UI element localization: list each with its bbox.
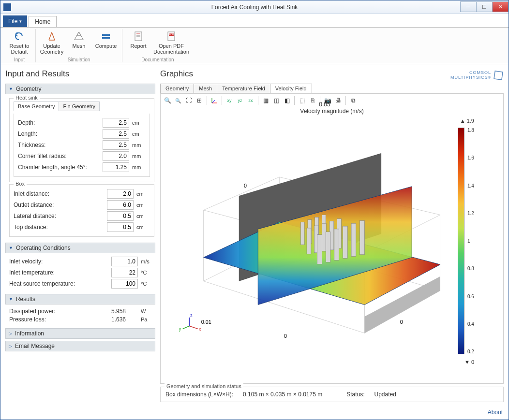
outlet-dist-label: Outlet distance: (14, 202, 104, 208)
colorbar-max: ▲ 1.9 (460, 118, 474, 124)
top-axis-tick: 0.05 (319, 101, 330, 108)
cb-tick: 0.4 (467, 321, 484, 327)
heat-src-label: Heat source temperature: (9, 280, 108, 287)
lateral-dist-input[interactable] (107, 211, 134, 221)
compute-label: Compute (95, 43, 117, 49)
press-loss-label: Pressure loss: (9, 316, 108, 323)
graphics-tabs: Geometry Mesh Temperature Field Velocity… (160, 84, 504, 93)
cb-tick: 1.2 (467, 211, 484, 216)
cb-tick: 1.6 (467, 155, 484, 160)
maximize-button[interactable]: ☐ (476, 1, 493, 12)
heat-src-input[interactable] (111, 279, 138, 289)
chamfer-unit: mm (132, 164, 146, 170)
diss-power-value: 5.958 (111, 308, 138, 315)
heat-sink-legend: Heat sink (14, 95, 40, 101)
open-pdf-button[interactable]: PDF Open PDF Documentation (152, 29, 190, 56)
section-results[interactable]: ▼Results (5, 294, 155, 304)
colorbar-min: ▼ 0 (464, 359, 474, 365)
inlet-vel-unit: m/s (141, 259, 154, 264)
svg-rect-35 (343, 226, 347, 259)
comsol-logo: COMSOL MULTIPHYSICS® (450, 70, 504, 81)
about-link[interactable]: About (0, 407, 509, 420)
thickness-label: Thickness: (18, 142, 100, 148)
svg-text:x: x (199, 327, 201, 332)
section-operating[interactable]: ▼Operating Conditions (5, 243, 155, 253)
length-unit: cm (132, 131, 146, 137)
section-geometry[interactable]: ▼Geometry (5, 84, 155, 94)
diss-power-unit: W (141, 308, 154, 314)
compass-icon (46, 30, 58, 42)
ribbon-group-simulation: Simulation (68, 57, 90, 62)
undo-icon (14, 30, 25, 42)
status-panel: Geometry and simulation status Box dimen… (160, 387, 504, 402)
tab-base-geometry[interactable]: Base Geometry (14, 101, 59, 111)
outlet-dist-input[interactable] (107, 200, 134, 210)
svg-rect-1 (102, 37, 110, 39)
update-geometry-button[interactable]: Update Geometry (39, 29, 65, 56)
fillet-label: Corner fillet radius: (18, 153, 100, 159)
length-input[interactable] (103, 129, 129, 139)
gtab-mesh[interactable]: Mesh (194, 84, 217, 93)
top-dist-input[interactable] (107, 222, 134, 232)
svg-rect-37 (360, 220, 365, 254)
logo-text-bottom: MULTIPHYSICS (450, 75, 488, 80)
left-panel: Input and Results ▼Geometry Heat sink Ba… (5, 69, 155, 402)
svg-rect-27 (307, 228, 311, 254)
window-title: Forced Air Cooling with Heat Sink (0, 4, 509, 11)
svg-rect-2 (135, 32, 142, 41)
press-loss-value: 1.636 (111, 316, 138, 323)
chamfer-input[interactable] (103, 162, 129, 172)
open-pdf-label: Open PDF Documentation (153, 43, 189, 55)
section-email-label: Email Message (15, 343, 55, 349)
fillet-input[interactable] (103, 151, 129, 161)
heat-src-unit: °C (141, 281, 154, 287)
svg-rect-36 (351, 223, 356, 256)
inlet-vel-input[interactable] (111, 257, 138, 266)
svg-line-44 (183, 326, 190, 329)
svg-text:0: 0 (284, 333, 287, 339)
inlet-temp-input[interactable] (111, 268, 138, 277)
mesh-button[interactable]: Mesh (66, 29, 92, 56)
section-information-label: Information (15, 330, 44, 337)
inlet-dist-input[interactable] (107, 189, 134, 199)
cb-tick: 0.8 (467, 266, 484, 271)
gtab-temperature[interactable]: Temperature Field (217, 84, 270, 93)
svg-text:y: y (179, 327, 181, 332)
close-button[interactable]: ✕ (492, 1, 509, 12)
svg-text:0.01: 0.01 (201, 319, 211, 325)
tab-fin-geometry[interactable]: Fin Geometry (59, 101, 100, 111)
gtab-velocity[interactable]: Velocity Field (270, 84, 312, 93)
file-menu[interactable]: File (3, 15, 27, 27)
cb-tick: 1 (467, 238, 484, 244)
ribbon: Reset to Default Input Update Geometry M… (0, 28, 509, 64)
svg-line-42 (189, 326, 198, 329)
svg-rect-23 (300, 222, 304, 245)
lateral-dist-unit: cm (136, 213, 150, 219)
section-email[interactable]: ▷Email Message (5, 341, 155, 351)
tab-home[interactable]: Home (29, 16, 57, 27)
ribbon-group-input: Input (14, 57, 25, 62)
depth-input[interactable] (103, 118, 129, 128)
depth-unit: cm (132, 120, 146, 126)
titlebar: Forced Air Cooling with Heat Sink ─ ☐ ✕ (0, 0, 509, 14)
status-legend: Geometry and simulation status (165, 383, 243, 389)
svg-rect-29 (322, 223, 326, 251)
thickness-input[interactable] (103, 140, 129, 150)
compute-button[interactable]: Compute (93, 29, 119, 56)
gtab-geometry[interactable]: Geometry (160, 84, 194, 93)
box-dim-value: 0.105 m × 0.035 m × 0.0175 m (243, 391, 322, 398)
svg-rect-0 (102, 34, 110, 36)
svg-rect-33 (326, 232, 330, 262)
report-button[interactable]: Report (125, 29, 151, 56)
velocity-field-plot: 0 0.01 0 0 x y z (175, 118, 440, 359)
reset-button[interactable]: Reset to Default (6, 29, 32, 56)
ribbon-group-documentation: Documentation (141, 57, 174, 62)
section-information[interactable]: ▷Information (5, 328, 155, 339)
graphics-canvas[interactable]: 🔍 🔍 ⛶ ⊞ xy yz zx ▦ ◫ ◧ ⬚ ⎘ (160, 93, 504, 384)
status-label: Status: (346, 391, 364, 398)
menu-bar: File Home (0, 14, 509, 28)
minimize-button[interactable]: ─ (460, 1, 477, 12)
colorbar-ticks: 1.8 1.6 1.4 1.2 1 0.8 0.6 0.4 0.2 (467, 128, 484, 354)
right-panel: Graphics COMSOL MULTIPHYSICS® Geometry M… (160, 69, 504, 402)
top-dist-unit: cm (136, 224, 150, 230)
